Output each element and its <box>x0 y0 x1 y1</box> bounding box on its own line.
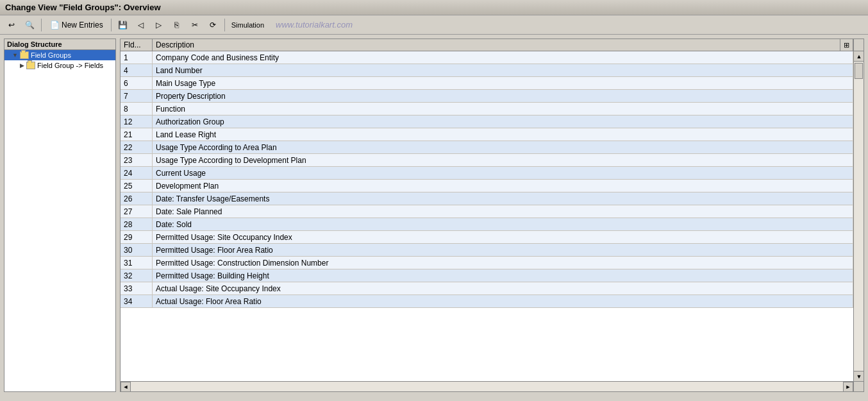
cell-fld: 29 <box>121 231 153 243</box>
cell-description: Date: Sold <box>153 218 853 230</box>
toolbar: ↩ 🔍 📄 New Entries 💾 ◁ ▷ ⎘ ✂ ⟳ Simulation… <box>0 15 868 35</box>
separator-3 <box>224 19 225 31</box>
cell-description: Actual Usage: Site Occupancy Index <box>153 282 853 294</box>
cell-description: Authorization Group <box>153 115 853 128</box>
delete-icon: ✂ <box>190 20 200 30</box>
back-button[interactable]: ◁ <box>133 19 149 31</box>
cell-fld: 21 <box>121 128 153 141</box>
cell-fld: 26 <box>121 192 153 205</box>
undo-button[interactable]: ↩ <box>4 19 19 31</box>
table-row[interactable]: 22 Usage Type According to Area Plan <box>121 141 853 154</box>
table-row[interactable]: 12 Authorization Group <box>121 115 853 128</box>
table-row[interactable]: 24 Current Usage <box>121 167 853 180</box>
expand-arrow-icon: ▼ <box>12 52 18 58</box>
cell-description: Permitted Usage: Floor Area Ratio <box>153 244 853 256</box>
table-row[interactable]: 32 Permitted Usage: Building Height <box>121 269 853 282</box>
cell-fld: 31 <box>121 257 153 269</box>
cell-fld: 33 <box>121 282 153 294</box>
table-data-area: 1 Company Code and Business Entity 4 Lan… <box>121 51 853 381</box>
back-icon: ◁ <box>136 20 146 30</box>
table-row[interactable]: 31 Permitted Usage: Construction Dimensi… <box>121 257 853 269</box>
table-row[interactable]: 7 Property Description <box>121 90 853 103</box>
vertical-scrollbar[interactable]: ▲ ▼ <box>853 51 864 381</box>
scroll-thumb[interactable] <box>855 63 863 79</box>
cell-description: Date: Sale Planned <box>153 205 853 218</box>
scroll-right-button[interactable]: ► <box>843 382 853 392</box>
new-entries-button[interactable]: 📄 New Entries <box>46 18 107 32</box>
cell-fld: 8 <box>121 103 153 115</box>
table-row[interactable]: 28 Date: Sold <box>121 218 853 231</box>
table-row[interactable]: 23 Usage Type According to Development P… <box>121 154 853 167</box>
delete-button[interactable]: ✂ <box>187 19 203 31</box>
cell-description: Usage Type According to Area Plan <box>153 141 853 153</box>
table-row[interactable]: 4 Land Number <box>121 64 853 77</box>
header-scroll-spacer <box>853 39 864 51</box>
separator-1 <box>41 19 42 31</box>
data-table-container: Fld... Description ⊞ 1 Company <box>120 38 864 392</box>
cell-description: Actual Usage: Floor Area Ratio <box>153 295 853 307</box>
horizontal-scrollbar[interactable]: ◄ ► <box>121 381 864 391</box>
refresh-icon: ⟳ <box>208 20 218 30</box>
cell-fld: 1 <box>121 51 153 64</box>
cell-description: Date: Transfer Usage/Easements <box>153 192 853 205</box>
cell-description: Permitted Usage: Site Occupancy Index <box>153 231 853 243</box>
refresh-button[interactable]: ⟳ <box>205 19 221 31</box>
table-row[interactable]: 8 Function <box>121 103 853 115</box>
folder-icon-field-groups <box>20 51 29 59</box>
header-settings-icon-cell[interactable]: ⊞ <box>840 39 853 51</box>
sidebar-label-field-groups: Field Groups <box>31 51 71 59</box>
cell-fld: 25 <box>121 180 153 192</box>
cell-fld: 34 <box>121 295 153 307</box>
table-row[interactable]: 25 Development Plan <box>121 180 853 192</box>
title-bar: Change View "Field Groups": Overview <box>0 0 868 15</box>
cell-fld: 27 <box>121 205 153 218</box>
scroll-down-button[interactable]: ▼ <box>854 371 864 381</box>
folder-icon-field-group-fields <box>26 62 35 69</box>
sidebar-item-field-group-fields[interactable]: ▶ Field Group -> Fields <box>4 60 115 71</box>
cell-description: Permitted Usage: Construction Dimension … <box>153 257 853 269</box>
table-row[interactable]: 6 Main Usage Type <box>121 77 853 90</box>
cell-fld: 7 <box>121 90 153 102</box>
cell-description: Development Plan <box>153 180 853 192</box>
simulation-button[interactable]: Simulation <box>229 20 267 30</box>
table-row[interactable]: 34 Actual Usage: Floor Area Ratio <box>121 295 853 308</box>
table-row[interactable]: 21 Land Lease Right <box>121 128 853 141</box>
copy-icon: ⎘ <box>172 20 182 30</box>
scroll-left-button[interactable]: ◄ <box>121 382 131 392</box>
simulation-label: Simulation <box>231 21 264 29</box>
table-row[interactable]: 30 Permitted Usage: Floor Area Ratio <box>121 244 853 257</box>
table-row[interactable]: 27 Date: Sale Planned <box>121 205 853 218</box>
cell-fld: 23 <box>121 154 153 166</box>
table-scroll-area: 1 Company Code and Business Entity 4 Lan… <box>121 51 864 381</box>
h-scroll-corner <box>853 382 864 391</box>
save-button[interactable]: 💾 <box>115 19 131 31</box>
dialog-structure-sidebar: Dialog Structure ▼ Field Groups ▶ Field … <box>4 38 116 392</box>
scroll-track <box>854 62 864 371</box>
forward-button[interactable]: ▷ <box>151 19 167 31</box>
table-row[interactable]: 26 Date: Transfer Usage/Easements <box>121 192 853 205</box>
new-entries-icon: 📄 <box>49 20 60 30</box>
cell-fld: 6 <box>121 77 153 89</box>
cell-description: Land Lease Right <box>153 128 853 141</box>
page-title: Change View "Field Groups": Overview <box>5 3 161 12</box>
copy-button[interactable]: ⎘ <box>169 19 185 31</box>
expand-arrow-sub-icon: ▶ <box>20 62 24 69</box>
find-button[interactable]: 🔍 <box>22 19 37 31</box>
cell-description: Land Number <box>153 64 853 76</box>
table-outer: Fld... Description ⊞ 1 Company <box>121 39 864 391</box>
scroll-up-button[interactable]: ▲ <box>854 51 864 62</box>
table-row[interactable]: 1 Company Code and Business Entity <box>121 51 853 64</box>
table-row[interactable]: 29 Permitted Usage: Site Occupancy Index <box>121 231 853 244</box>
undo-icon: ↩ <box>6 20 17 30</box>
separator-2 <box>111 19 112 31</box>
table-header: Fld... Description ⊞ <box>121 39 864 51</box>
table-row[interactable]: 33 Actual Usage: Site Occupancy Index <box>121 282 853 295</box>
save-icon: 💾 <box>118 20 128 30</box>
cell-description: Company Code and Business Entity <box>153 51 853 64</box>
sidebar-item-field-groups[interactable]: ▼ Field Groups <box>4 50 115 60</box>
cell-fld: 28 <box>121 218 153 230</box>
cell-description: Function <box>153 103 853 115</box>
cell-fld: 24 <box>121 167 153 179</box>
cell-description: Property Description <box>153 90 853 102</box>
cell-fld: 22 <box>121 141 153 153</box>
